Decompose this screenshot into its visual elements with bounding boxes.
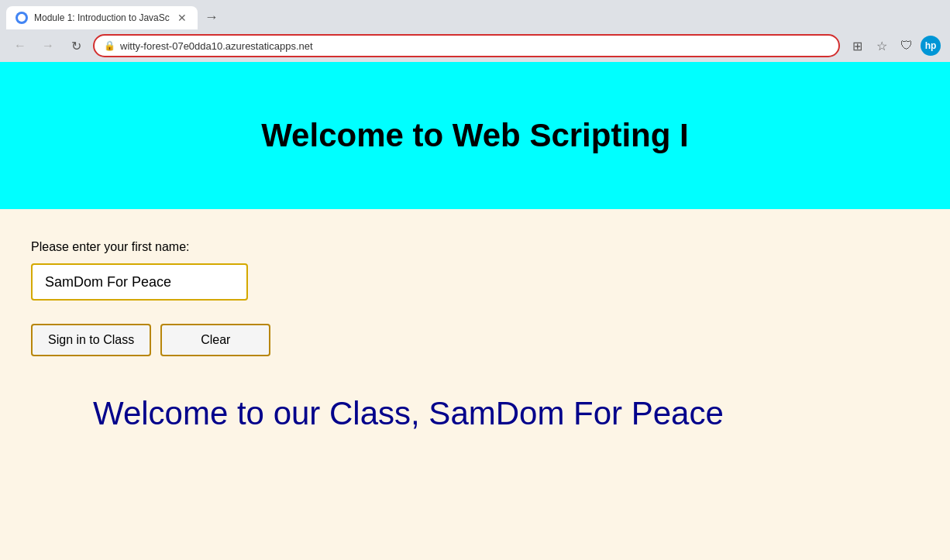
bookmark-button[interactable]: ☆ (871, 35, 893, 57)
address-bar-wrapper[interactable]: 🔒 (93, 34, 840, 57)
tab-favicon (15, 12, 28, 24)
hp-icon: hp (925, 40, 937, 51)
reload-button[interactable]: ↻ (65, 35, 87, 57)
toolbar-right-icons: ⊞ ☆ 🛡 hp (846, 35, 941, 57)
tab-close-button[interactable]: ✕ (176, 12, 188, 24)
browser-toolbar: ← → ↻ 🔒 ⊞ ☆ 🛡 hp (0, 29, 950, 62)
welcome-message: Welcome to our Class, SamDom For Peace (31, 395, 919, 432)
main-content: Please enter your first name: Sign in to… (0, 209, 950, 560)
shield-icon: 🛡 (900, 39, 913, 53)
hp-button[interactable]: hp (921, 36, 941, 56)
star-icon: ☆ (876, 39, 887, 53)
page-content: Welcome to Web Scripting I Please enter … (0, 62, 950, 560)
forward-button[interactable]: → (37, 35, 59, 57)
address-bar-input[interactable] (120, 40, 829, 52)
back-icon: ← (14, 39, 26, 53)
apps-button[interactable]: ⊞ (846, 35, 868, 57)
new-tab-button[interactable]: → (201, 6, 222, 28)
reload-icon: ↻ (71, 39, 81, 53)
shield-button[interactable]: 🛡 (896, 35, 917, 57)
active-tab[interactable]: Module 1: Introduction to JavaSc ✕ (6, 6, 198, 29)
buttons-row: Sign in to Class Clear (31, 324, 919, 356)
forward-icon: → (42, 39, 54, 53)
browser-chrome: Module 1: Introduction to JavaSc ✕ → ← →… (0, 0, 950, 62)
clear-button[interactable]: Clear (160, 324, 270, 356)
lock-icon: 🔒 (104, 40, 115, 51)
back-button[interactable]: ← (9, 35, 31, 57)
tab-bar: Module 1: Introduction to JavaSc ✕ → (0, 0, 950, 29)
header-banner: Welcome to Web Scripting I (0, 62, 950, 209)
form-label: Please enter your first name: (31, 240, 919, 254)
page-title: Welcome to Web Scripting I (261, 117, 689, 154)
tab-title: Module 1: Introduction to JavaSc (34, 12, 170, 23)
sign-in-button[interactable]: Sign in to Class (31, 324, 151, 356)
apps-icon: ⊞ (852, 39, 862, 53)
name-input[interactable] (31, 263, 248, 301)
